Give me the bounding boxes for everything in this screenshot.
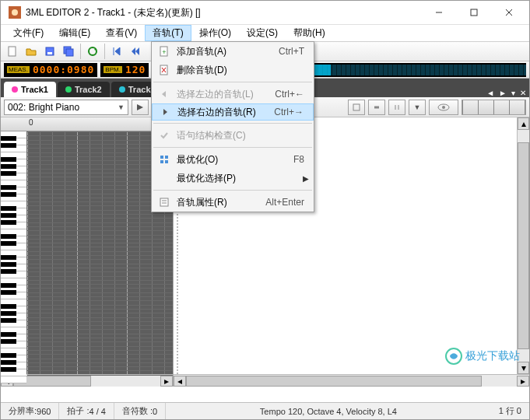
menu-row-label: 删除音轨(D) xyxy=(172,64,309,77)
tab-scroll-left-icon[interactable]: ◄ xyxy=(486,89,494,97)
mode-button-3[interactable] xyxy=(388,100,405,115)
title-bar: 3ML EDITOR 2 - Track1 - (未定名)(更新) [] xyxy=(1,1,529,24)
svg-rect-8 xyxy=(47,52,52,54)
ruler-zero: 0 xyxy=(29,118,33,127)
lcd-measure: MEAS. 0000:0980 xyxy=(4,63,97,77)
menu-row-label: 语句结构检查(C) xyxy=(172,129,309,142)
menu-row-shortcut: F8 xyxy=(293,154,309,165)
menu-item-3[interactable]: 音轨(T) xyxy=(145,25,191,41)
menu-row-0[interactable]: +添加音轨(A)Ctrl+T xyxy=(152,42,314,61)
menu-row-1[interactable]: 删除音轨(D) xyxy=(152,61,314,79)
menu-row-label: 最优化(O) xyxy=(172,153,293,166)
status-notes: 音符数 : 0 xyxy=(114,403,166,419)
menu-item-1[interactable]: 编辑(E) xyxy=(51,25,98,41)
scroll-up-icon[interactable]: ▴ xyxy=(518,117,529,130)
top-ruler[interactable] xyxy=(462,100,526,115)
track-tab-1[interactable]: Track2 xyxy=(58,82,110,97)
menu-row-8[interactable]: 最优化(O)F8 xyxy=(152,150,314,169)
lcd-meas-label: MEAS. xyxy=(7,66,30,73)
mode-button-1[interactable] xyxy=(348,100,365,115)
text-hscroll[interactable]: ◂ ▸ xyxy=(174,374,529,387)
scroll-right-icon[interactable]: ▸ xyxy=(160,376,173,387)
menu-row-9[interactable]: 最优化选择(P)▶ xyxy=(152,169,314,187)
menu-item-2[interactable]: 查看(V) xyxy=(98,25,145,41)
menu-item-0[interactable]: 文件(F) xyxy=(5,25,51,41)
status-line-info: 1 行 0 xyxy=(491,403,529,419)
play-note-button[interactable] xyxy=(132,100,149,115)
menu-row-label: 选择左边的音轨(L) xyxy=(172,88,275,101)
chevron-down-icon: ▼ xyxy=(118,103,125,111)
step-back-button[interactable] xyxy=(127,43,144,60)
window-title: 3ML EDITOR 2 - Track1 - (未定名)(更新) [] xyxy=(26,6,421,19)
lcd-bpm-label: BPM. xyxy=(104,66,122,73)
svg-rect-28 xyxy=(160,198,168,206)
refresh-button[interactable] xyxy=(84,43,101,60)
zoom-dropdown-button[interactable]: ▼ xyxy=(409,100,426,115)
optimize-icon xyxy=(156,154,172,165)
lcd-bpm-value: 120 xyxy=(125,64,146,75)
close-button[interactable] xyxy=(491,1,526,24)
tab-close-icon[interactable]: ✕ xyxy=(520,89,526,97)
menu-row-11[interactable]: 音轨属性(R)Alt+Enter xyxy=(152,193,314,212)
visibility-button[interactable] xyxy=(429,100,458,115)
svg-rect-15 xyxy=(353,104,360,110)
track-menu-dropdown: +添加音轨(A)Ctrl+T删除音轨(D)选择左边的音轨(L)Ctrl+←选择右… xyxy=(151,41,314,212)
menu-row-label: 选择右边的音轨(R) xyxy=(173,106,274,119)
scroll-down-icon[interactable]: ▾ xyxy=(518,362,529,374)
mode-button-2[interactable] xyxy=(368,100,385,115)
track-tab-label: Track1 xyxy=(21,85,48,94)
menu-row-shortcut: Ctrl+← xyxy=(275,89,309,100)
scroll-thumb[interactable] xyxy=(186,376,482,387)
menu-item-5[interactable]: 设定(S) xyxy=(239,25,286,41)
lcd-meas-value: 0000:0980 xyxy=(33,64,94,75)
menu-row-label: 音轨属性(R) xyxy=(172,196,265,209)
submenu-arrow-icon: ▶ xyxy=(303,174,309,183)
scroll-right-icon[interactable]: ▸ xyxy=(517,376,529,387)
tab-scroll-right-icon[interactable]: ► xyxy=(499,89,507,97)
scroll-thumb-v[interactable] xyxy=(518,142,529,349)
menu-bar: 文件(F)编辑(E)查看(V)音轨(T)操作(O)设定(S)帮助(H) xyxy=(1,24,529,41)
minimize-button[interactable] xyxy=(421,1,456,24)
properties-icon xyxy=(156,197,172,208)
svg-rect-25 xyxy=(165,156,168,159)
status-resolution: 分辨率: 960 xyxy=(1,403,59,419)
menu-item-4[interactable]: 操作(O) xyxy=(191,25,239,41)
menu-row-label: 最优化选择(P) xyxy=(172,172,303,185)
menu-row-shortcut: Ctrl+T xyxy=(279,46,309,57)
save-all-button[interactable] xyxy=(60,43,77,60)
svg-rect-24 xyxy=(160,156,163,159)
instrument-select[interactable]: 002: Bright Piano ▼ xyxy=(4,100,128,115)
menu-row-4[interactable]: 选择右边的音轨(R)Ctrl+→ xyxy=(152,103,314,121)
status-time-sig: 拍子 : 4 / 4 xyxy=(59,403,114,419)
menu-row-shortcut: Alt+Enter xyxy=(265,197,309,208)
piano-roll-panel: 0 ◂ ▸ xyxy=(1,117,174,387)
scroll-left-icon[interactable]: ◂ xyxy=(174,376,186,387)
piano-keyboard[interactable] xyxy=(1,131,27,374)
arrow-left-icon xyxy=(156,89,172,100)
track-tab-0[interactable]: Track1 xyxy=(4,82,56,97)
save-file-button[interactable] xyxy=(41,43,58,60)
arrow-right-icon xyxy=(157,107,173,117)
svg-rect-3 xyxy=(471,9,477,16)
open-file-button[interactable] xyxy=(23,43,40,60)
tab-menu-icon[interactable]: ▾ xyxy=(511,89,515,97)
menu-row-shortcut: Ctrl+→ xyxy=(274,107,308,117)
svg-rect-27 xyxy=(165,160,168,163)
track-color-icon xyxy=(65,86,72,93)
menu-item-6[interactable]: 帮助(H) xyxy=(286,25,333,41)
new-file-button[interactable] xyxy=(4,43,21,60)
page-add-icon: + xyxy=(156,46,172,57)
svg-rect-26 xyxy=(160,160,163,163)
maximize-button[interactable] xyxy=(456,1,491,24)
app-icon xyxy=(9,6,21,19)
lcd-bpm: BPM. 120 xyxy=(100,63,149,77)
menu-row-3: 选择左边的音轨(L)Ctrl+← xyxy=(152,85,314,103)
check-icon xyxy=(156,130,172,141)
piano-roll-ruler[interactable]: 0 xyxy=(1,117,173,131)
piano-roll-hscroll[interactable]: ◂ ▸ xyxy=(1,374,173,387)
instrument-name: 002: Bright Piano xyxy=(8,102,79,113)
status-tempo-info: Tempo 120, Octave 4, Velocity 8, L4 xyxy=(166,403,490,419)
svg-point-17 xyxy=(442,106,445,109)
go-start-button[interactable] xyxy=(108,43,125,60)
text-vscroll[interactable]: ▴ ▾ xyxy=(517,117,529,374)
